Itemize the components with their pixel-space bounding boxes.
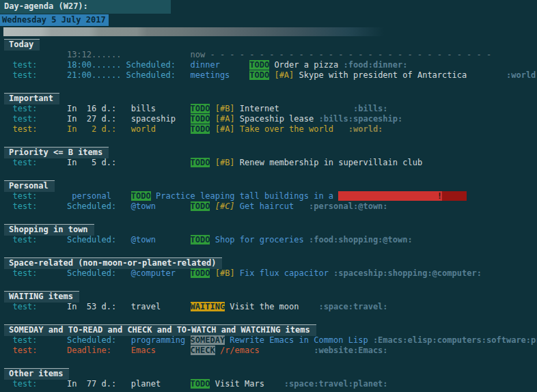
agenda-row[interactable]: test: Scheduled: @town TODO [#C] Get hai… xyxy=(3,201,537,212)
spacer xyxy=(210,201,215,211)
category-label: test: xyxy=(3,302,38,311)
agenda-sections: Today 13:12...... now - - - - - - - - - … xyxy=(0,39,537,389)
category-label: test: xyxy=(3,379,38,389)
todo-badge: TODO xyxy=(191,114,210,124)
agenda-row[interactable]: 13:12...... now - - - - - - - - - - - - … xyxy=(3,50,537,60)
agenda-row[interactable]: test: In 16 d.: bills TODO [#B] Internet… xyxy=(3,104,537,114)
agenda-buffer: Day-agenda (W27): Wednesday 5 July 2017 … xyxy=(0,0,537,392)
spacer xyxy=(111,191,131,201)
scheduled-label: Scheduled: xyxy=(38,235,117,244)
tag-list: :food:dinner: xyxy=(338,60,407,70)
todo-badge: TODO xyxy=(131,191,151,201)
time-grid-now-line: 13:12...... now - - - - - - - - - - - - … xyxy=(3,50,491,59)
todo-badge: TODO xyxy=(191,268,210,278)
todo-badge: TODO xyxy=(191,201,210,211)
separator-gradient-bar xyxy=(3,27,384,36)
item-category: meetings xyxy=(176,70,230,80)
todo-badge: TODO xyxy=(249,70,269,80)
item-category: programming xyxy=(116,335,185,345)
tag-list: :space:travel: xyxy=(299,302,388,311)
date-heading: Wednesday 5 July 2017 xyxy=(0,14,109,26)
spacer xyxy=(210,104,215,113)
time-label: 18:00...... Scheduled: xyxy=(38,60,176,70)
item-category: personal xyxy=(38,191,111,201)
tag-list: :personal:@town: xyxy=(294,201,387,211)
priority-label: [#A] xyxy=(274,70,294,80)
item-text: Visit Mars xyxy=(210,379,264,389)
deadline-label: In 27 d.: xyxy=(38,114,117,124)
agenda-row[interactable]: test: personal TODO Practice leaping tal… xyxy=(3,191,537,201)
item-category: bills xyxy=(116,104,156,113)
category-label: test: xyxy=(3,201,38,211)
deadline-label: In 53 d.: xyxy=(38,302,117,311)
deadline-label: In 77 d.: xyxy=(38,379,117,389)
agenda-row[interactable]: test: Scheduled: programming SOMEDAY Rew… xyxy=(3,335,537,346)
section-header: SOMEDAY and TO-READ and CHECK and TO-WAT… xyxy=(3,324,537,335)
scheduled-label: Scheduled: xyxy=(38,201,117,211)
agenda-row[interactable]: test: Scheduled: @town TODO Shop for gro… xyxy=(3,235,537,245)
category-label: test: xyxy=(3,235,38,244)
todo-badge: TODO xyxy=(191,104,210,113)
item-text: Skype with president of Antarctica xyxy=(294,70,467,80)
item-text: Shop for groceries xyxy=(210,235,303,244)
priority-label: [#B] xyxy=(215,268,235,278)
category-label: test: xyxy=(3,104,38,113)
tag-list: :food:shopping:@town: xyxy=(304,235,413,244)
section-title: Personal xyxy=(4,180,55,192)
category-label: test: xyxy=(3,191,38,201)
todo-badge: TODO xyxy=(191,124,210,134)
section-title: Space-related (non-moon-or-planet-relate… xyxy=(4,257,222,269)
section-header: Other items xyxy=(3,368,537,379)
item-category: world xyxy=(116,124,156,134)
category-label: test: xyxy=(3,346,38,355)
section-header: Today xyxy=(3,39,537,50)
agenda-section: WAITING items test: In 53 d.: travel WAI… xyxy=(3,291,537,312)
spacer xyxy=(161,379,190,389)
deadline-label: In 5 d.: xyxy=(38,158,117,167)
category-label: test: xyxy=(3,70,38,80)
item-text: Internet xyxy=(235,104,279,113)
agenda-row[interactable]: test: 18:00...... Scheduled: dinner TODO… xyxy=(3,60,537,70)
item-text: /r/emacs xyxy=(215,346,260,355)
tag-list: :Emacs:elisp:computers:software:programm… xyxy=(368,335,537,345)
tag-list: :world: xyxy=(333,124,383,134)
agenda-row[interactable]: test: In 77 d.: planet TODO Visit Mars :… xyxy=(3,379,537,389)
agenda-row[interactable]: test: In 27 d.: spaceship TODO [#A] Spac… xyxy=(3,114,537,124)
agenda-row[interactable]: test: Deadline: Emacs CHECK /r/emacs :we… xyxy=(3,346,537,356)
priority-label: [#B] xyxy=(215,158,235,167)
section-title: Other items xyxy=(4,368,69,380)
section-title: WAITING items xyxy=(4,291,79,303)
agenda-row[interactable]: test: 21:00...... Scheduled: meetings TO… xyxy=(3,70,537,81)
todo-badge: TODO xyxy=(249,60,269,70)
spacer xyxy=(210,114,215,124)
item-category: @town xyxy=(116,201,156,211)
item-category: @computer xyxy=(116,268,176,278)
habit-graph xyxy=(442,191,467,201)
tag-list: :bills:spaceship: xyxy=(314,114,402,124)
todo-badge: TODO xyxy=(191,235,210,244)
deadline-label: Deadline: xyxy=(38,346,111,355)
section-title: Today xyxy=(4,39,40,51)
tag-list: :world:meetings: xyxy=(467,70,537,80)
deadline-label: In 16 d.: xyxy=(38,104,117,113)
spacer xyxy=(161,302,190,311)
someday-badge: SOMEDAY xyxy=(191,335,225,345)
agenda-row[interactable]: test: Scheduled: @computer TODO [#B] Fix… xyxy=(3,268,537,279)
agenda-section: Priority <= B items test: In 5 d.: TODO … xyxy=(3,147,537,168)
agenda-title-line: Day-agenda (W27): xyxy=(0,0,537,14)
agenda-section: SOMEDAY and TO-READ and CHECK and TO-WAT… xyxy=(3,324,537,356)
agenda-section: Important test: In 16 d.: bills TODO [#B… xyxy=(3,93,537,135)
category-label: test: xyxy=(3,158,38,167)
agenda-date-line[interactable]: Wednesday 5 July 2017 xyxy=(0,14,537,26)
section-header: WAITING items xyxy=(3,291,537,302)
category-label: test: xyxy=(3,114,38,124)
item-text: Spaceship lease xyxy=(235,114,314,124)
spacer xyxy=(116,158,190,167)
agenda-section: Personal test: personal TODO Practice le… xyxy=(3,180,537,212)
agenda-row[interactable]: test: In 2 d.: world TODO [#A] Take over… xyxy=(3,124,537,135)
agenda-row[interactable]: test: In 5 d.: TODO [#B] Renew membershi… xyxy=(3,158,537,168)
agenda-row[interactable]: test: In 53 d.: travel WAITING Visit the… xyxy=(3,302,537,312)
item-category: planet xyxy=(116,379,161,389)
page-title: Day-agenda (W27): xyxy=(0,0,171,14)
spacer xyxy=(185,335,190,345)
